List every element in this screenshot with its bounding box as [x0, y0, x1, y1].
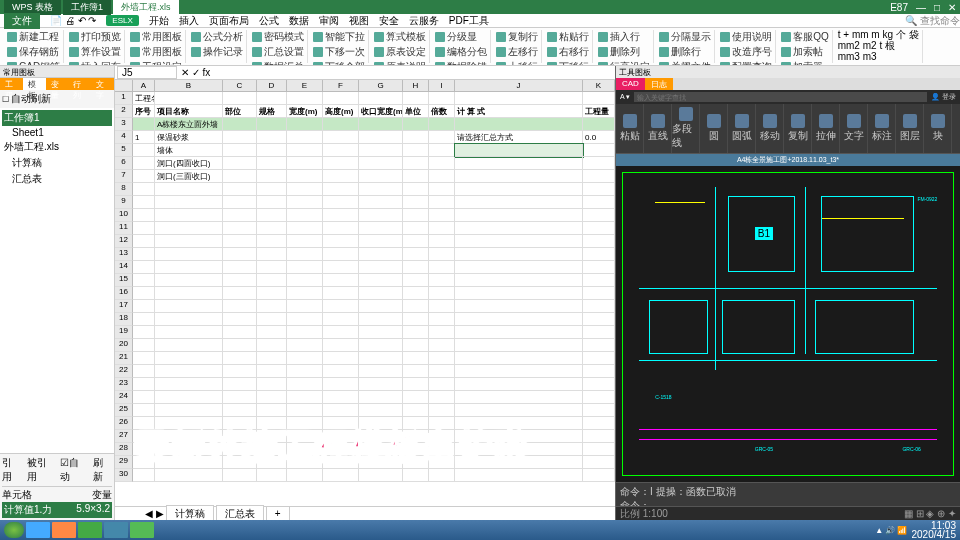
cell-8-7[interactable] [403, 183, 429, 196]
cell-19-0[interactable] [133, 326, 155, 339]
cell-15-8[interactable] [429, 274, 455, 287]
cell-17-3[interactable] [257, 300, 287, 313]
cell-17-4[interactable] [287, 300, 323, 313]
minimize-button[interactable]: — [916, 2, 926, 13]
cell-22-9[interactable] [455, 365, 583, 378]
cell-8-2[interactable] [223, 183, 257, 196]
cell-5-6[interactable] [359, 144, 403, 157]
row-header-16[interactable]: 16 [115, 287, 133, 300]
qq-button[interactable]: 客服QQ [781, 30, 829, 44]
cell-6-4[interactable] [287, 157, 323, 170]
cad-ribbon-粘贴[interactable]: 粘贴 [616, 104, 644, 153]
cell-12-6[interactable] [359, 235, 403, 248]
cell-1-8[interactable] [429, 92, 455, 105]
cell-1-0[interactable]: 工程名称: [133, 92, 155, 105]
cell-14-7[interactable] [403, 261, 429, 274]
delete-col-button[interactable]: 删除列 [598, 45, 650, 59]
cell-25-8[interactable] [429, 404, 455, 417]
col-header-A[interactable]: A [133, 80, 155, 91]
down-once-button[interactable]: 下移一次 [313, 45, 365, 59]
cell-18-9[interactable] [455, 313, 583, 326]
cell-3-1[interactable]: A栋楼东立面外墙 [155, 118, 223, 131]
row-header-6[interactable]: 6 [115, 157, 133, 170]
menu-start[interactable]: 开始 [149, 14, 169, 28]
cell-1-4[interactable] [287, 92, 323, 105]
cell-4-6[interactable] [359, 131, 403, 144]
op-record-button[interactable]: 操作记录 [191, 45, 243, 59]
summary-settings-button[interactable]: 汇总设置 [252, 45, 304, 59]
cell-9-3[interactable] [257, 196, 287, 209]
cell-15-2[interactable] [223, 274, 257, 287]
cell-13-5[interactable] [323, 248, 359, 261]
cell-6-8[interactable] [429, 157, 455, 170]
cell-19-4[interactable] [287, 326, 323, 339]
cell-12-4[interactable] [287, 235, 323, 248]
cell-18-5[interactable] [323, 313, 359, 326]
cad-ribbon-移动[interactable]: 移动 [756, 104, 784, 153]
cell-5-1[interactable]: 墙体 [155, 144, 223, 157]
cell-10-1[interactable] [155, 209, 223, 222]
cell-19-8[interactable] [429, 326, 455, 339]
cell-17-7[interactable] [403, 300, 429, 313]
signin-icon[interactable]: 👤 登录 [931, 92, 956, 102]
cell-4-10[interactable]: 0.0 [583, 131, 615, 144]
row-header-11[interactable]: 11 [115, 222, 133, 235]
row-header-8[interactable]: 8 [115, 183, 133, 196]
cell-20-8[interactable] [429, 339, 455, 352]
cad-command-line[interactable]: 命令：I 提操：函数已取消 命令： [616, 482, 960, 506]
col-header-G[interactable]: G [359, 80, 403, 91]
menu-insert[interactable]: 插入 [179, 14, 199, 28]
cell-21-2[interactable] [223, 352, 257, 365]
cell-21-4[interactable] [287, 352, 323, 365]
cell-1-1[interactable] [155, 92, 223, 105]
row-header-25[interactable]: 25 [115, 404, 133, 417]
cell-24-10[interactable] [583, 391, 615, 404]
tree-calc-sheet[interactable]: 计算稿 [2, 155, 112, 171]
cad-ribbon-圆弧[interactable]: 圆弧 [728, 104, 756, 153]
cell-2-4[interactable]: 宽度(m) [287, 105, 323, 118]
cell-18-8[interactable] [429, 313, 455, 326]
cell-30-4[interactable] [287, 469, 323, 482]
cell-7-8[interactable] [429, 170, 455, 183]
cell-4-2[interactable] [223, 131, 257, 144]
cell-9-2[interactable] [223, 196, 257, 209]
menu-layout[interactable]: 页面布局 [209, 14, 249, 28]
lpb-refd[interactable]: 被引用 [27, 456, 55, 484]
doc-tab-2[interactable]: 外墙工程.xls [113, 0, 179, 15]
cell-11-9[interactable] [455, 222, 583, 235]
cell-15-9[interactable] [455, 274, 583, 287]
copy-row-button[interactable]: 复制行 [496, 30, 538, 44]
cell-3-4[interactable] [287, 118, 323, 131]
cell-6-1[interactable]: 洞口(四面收口) [155, 157, 223, 170]
cell-24-5[interactable] [323, 391, 359, 404]
cell-20-0[interactable] [133, 339, 155, 352]
calc-settings-button[interactable]: 算作设置 [69, 45, 121, 59]
tree-workbook[interactable]: 工作簿1 [2, 110, 112, 126]
row-header-26[interactable]: 26 [115, 417, 133, 430]
cell-4-3[interactable] [257, 131, 287, 144]
cell-5-9[interactable] [455, 144, 583, 157]
cell-16-7[interactable] [403, 287, 429, 300]
cell-16-6[interactable] [359, 287, 403, 300]
cell-30-0[interactable] [133, 469, 155, 482]
new-project-button[interactable]: 新建工程 [7, 30, 60, 44]
cell-16-5[interactable] [323, 287, 359, 300]
row-header-2[interactable]: 2 [115, 105, 133, 118]
cell-11-0[interactable] [133, 222, 155, 235]
cell-16-1[interactable] [155, 287, 223, 300]
cell-14-1[interactable] [155, 261, 223, 274]
cell-17-10[interactable] [583, 300, 615, 313]
row-header-17[interactable]: 17 [115, 300, 133, 313]
cell-30-7[interactable] [403, 469, 429, 482]
cell-21-0[interactable] [133, 352, 155, 365]
cell-5-10[interactable] [583, 144, 615, 157]
row-header-9[interactable]: 9 [115, 196, 133, 209]
cell-2-7[interactable]: 单位 [403, 105, 429, 118]
task-ppt[interactable] [52, 522, 76, 538]
cell-11-8[interactable] [429, 222, 455, 235]
cell-22-8[interactable] [429, 365, 455, 378]
lp-tab-variable[interactable]: 变量 [46, 78, 69, 90]
cell-21-7[interactable] [403, 352, 429, 365]
menu-pdf[interactable]: PDF工具 [449, 14, 489, 28]
cell-9-5[interactable] [323, 196, 359, 209]
